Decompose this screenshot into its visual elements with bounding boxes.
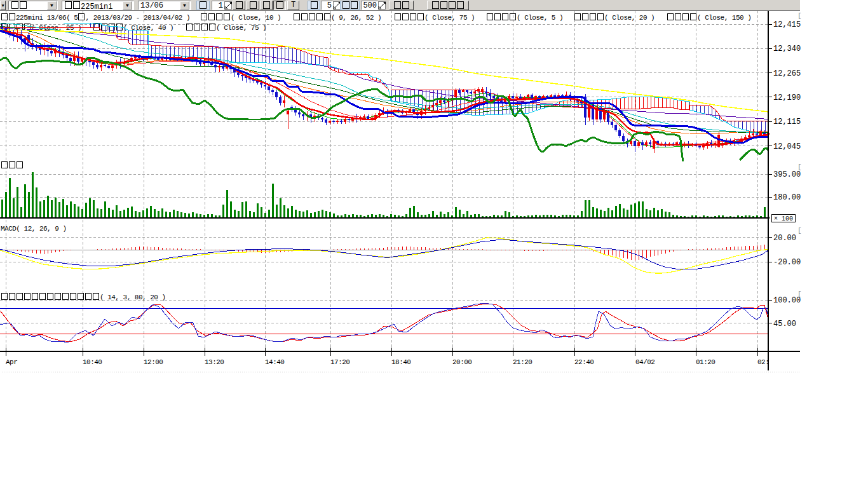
- svg-text:12,340: 12,340: [773, 44, 801, 53]
- svg-text:[: [: [797, 163, 802, 171]
- svg-text:[: [: [797, 12, 802, 20]
- svg-text:( Close, 75 ): ( Close, 75 ): [424, 14, 475, 22]
- svg-text:395.00: 395.00: [773, 170, 801, 179]
- svg-text:[: [: [797, 227, 802, 234]
- svg-text:( Close, 75 ): ( Close, 75 ): [216, 24, 266, 32]
- svg-text:12,190: 12,190: [773, 93, 801, 102]
- svg-text:12,045: 12,045: [773, 142, 801, 151]
- svg-text:12,115: 12,115: [773, 118, 801, 126]
- svg-text:20:00: 20:00: [452, 358, 471, 366]
- svg-text:02:: 02:: [757, 358, 769, 366]
- svg-text:12,415: 12,415: [773, 20, 801, 29]
- svg-text:, 2013/03/29 - 2013/04/02 ): , 2013/03/29 - 2013/04/02 ): [86, 14, 190, 22]
- svg-text:17:20: 17:20: [330, 358, 349, 366]
- svg-text:12,265: 12,265: [773, 69, 801, 78]
- svg-text:14:40: 14:40: [265, 358, 284, 366]
- svg-text:( Close, 40 ): ( Close, 40 ): [123, 24, 173, 32]
- svg-text:[: [: [797, 290, 802, 298]
- svg-text:01:20: 01:20: [696, 358, 715, 366]
- svg-text:( 14, 3, 80, 20 ): ( 14, 3, 80, 20 ): [100, 294, 166, 301]
- svg-text:21:20: 21:20: [513, 358, 532, 366]
- svg-text:-20.00: -20.00: [773, 258, 801, 267]
- svg-text:18:40: 18:40: [391, 358, 410, 366]
- svg-text:20.00: 20.00: [773, 234, 796, 243]
- svg-text:Apr: Apr: [6, 358, 17, 366]
- svg-text:( Close, 5 ): ( Close, 5 ): [517, 14, 563, 22]
- svg-text:( Close, 10 ): ( Close, 10 ): [231, 14, 281, 22]
- svg-text:22:40: 22:40: [574, 358, 593, 366]
- svg-text:45.00: 45.00: [773, 320, 796, 329]
- svg-text:180.00: 180.00: [773, 193, 801, 202]
- svg-text:04/02: 04/02: [635, 358, 654, 366]
- svg-text:225mini 13/06( 5: 225mini 13/06( 5: [16, 14, 78, 22]
- svg-text:( Close, 150 ): ( Close, 150 ): [697, 14, 751, 22]
- svg-text:× 100: × 100: [774, 215, 793, 222]
- svg-text:( Close, 20 ): ( Close, 20 ): [604, 14, 654, 22]
- svg-text:10:40: 10:40: [83, 358, 102, 366]
- svg-text:100.00: 100.00: [773, 296, 801, 305]
- svg-text:MACD( 12, 26, 9 ): MACD( 12, 26, 9 ): [1, 225, 67, 233]
- svg-text:( 9, 26, 52 ): ( 9, 26, 52 ): [331, 14, 381, 22]
- svg-text:12:00: 12:00: [144, 358, 163, 366]
- svg-text:13:20: 13:20: [205, 358, 224, 366]
